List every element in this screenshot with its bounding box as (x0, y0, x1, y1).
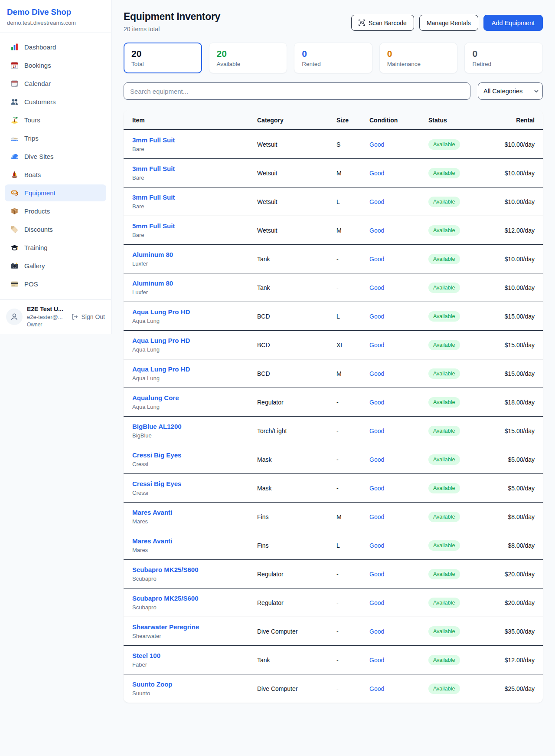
scan-barcode-button[interactable]: Scan Barcode (351, 15, 414, 31)
status-badge: Available (428, 540, 460, 551)
add-equipment-button[interactable]: Add Equipment (483, 15, 543, 31)
stat-card-available[interactable]: 20 Available (209, 43, 287, 73)
item-name-link[interactable]: Cressi Big Eyes (132, 480, 181, 487)
manage-rentals-button[interactable]: Manage Rentals (419, 15, 478, 31)
sidebar-item-products[interactable]: Products (5, 203, 106, 220)
item-condition-link[interactable]: Good (369, 198, 384, 205)
item-condition-link[interactable]: Good (369, 399, 384, 406)
category-select[interactable]: All Categories (478, 82, 543, 100)
item-name-link[interactable]: Aluminum 80 (132, 279, 173, 287)
item-condition-link[interactable]: Good (369, 370, 384, 377)
item-brand: BigBlue (132, 432, 257, 439)
item-condition-link[interactable]: Good (369, 628, 384, 635)
item-condition-link[interactable]: Good (369, 227, 384, 234)
item-name-link[interactable]: BigBlue AL1200 (132, 423, 182, 430)
item-condition-link[interactable]: Good (369, 685, 384, 692)
search-input[interactable] (124, 82, 470, 100)
sidebar-item-gallery[interactable]: Gallery (5, 257, 106, 274)
item-condition-link[interactable]: Good (369, 657, 384, 664)
item-condition-link[interactable]: Good (369, 599, 384, 606)
item-name-link[interactable]: Cressi Big Eyes (132, 451, 181, 459)
sign-out-button[interactable]: Sign Out (72, 313, 105, 320)
item-name-link[interactable]: 3mm Full Suit (132, 136, 175, 144)
table-row: Aqua Lung Pro HD Aqua Lung BCD L Good Av… (124, 302, 543, 331)
item-name-link[interactable]: Scubapro MK25/S600 (132, 566, 199, 573)
item-name-link[interactable]: Steel 100 (132, 652, 160, 659)
stat-card-retired[interactable]: 0 Retired (464, 43, 543, 73)
table-row: Mares Avanti Mares Fins L Good Available… (124, 531, 543, 560)
manage-rentals-label: Manage Rentals (427, 20, 471, 26)
item-condition-link[interactable]: Good (369, 427, 384, 434)
sidebar-item-discounts[interactable]: Discounts (5, 221, 106, 238)
sidebar-item-bookings[interactable]: 17 Bookings (5, 57, 106, 74)
item-rental: $25.00/day (500, 674, 543, 703)
item-condition-link[interactable]: Good (369, 170, 384, 177)
status-badge: Available (428, 569, 460, 579)
item-brand: Cressi (132, 490, 257, 496)
stat-card-maintenance[interactable]: 0 Maintenance (379, 43, 458, 73)
sidebar-item-trips[interactable]: Trips (5, 130, 106, 147)
item-brand: Aqua Lung (132, 346, 257, 353)
sidebar-item-calendar[interactable]: Calendar (5, 75, 106, 92)
item-name-link[interactable]: Mares Avanti (132, 537, 172, 545)
item-condition-link[interactable]: Good (369, 256, 384, 263)
item-brand: Mares (132, 518, 257, 525)
item-brand: Aqua Lung (132, 318, 257, 324)
stat-card-total[interactable]: 20 Total (124, 43, 202, 73)
item-name-link[interactable]: Aqualung Core (132, 394, 179, 401)
table-row: Aqualung Core Aqua Lung Regulator - Good… (124, 388, 543, 417)
items-total-subtitle: 20 items total (124, 26, 220, 33)
person-icon (10, 312, 19, 322)
item-condition-link[interactable]: Good (369, 571, 384, 578)
item-name-link[interactable]: Mares Avanti (132, 509, 172, 516)
item-size: L (336, 302, 369, 331)
item-name-link[interactable]: Shearwater Peregrine (132, 623, 199, 631)
sidebar-item-tours[interactable]: Tours (5, 112, 106, 128)
sidebar-item-customers[interactable]: Customers (5, 93, 106, 110)
item-name-link[interactable]: Aqua Lung Pro HD (132, 365, 190, 373)
item-name-link[interactable]: Scubapro MK25/S600 (132, 595, 199, 602)
column-header-status: Status (428, 110, 500, 130)
table-row: Cressi Big Eyes Cressi Mask - Good Avail… (124, 445, 543, 474)
scan-barcode-label: Scan Barcode (369, 20, 407, 26)
item-condition-link[interactable]: Good (369, 141, 384, 148)
table-row: BigBlue AL1200 BigBlue Torch/Light - Goo… (124, 417, 543, 445)
item-brand: Aqua Lung (132, 375, 257, 381)
status-badge: Available (428, 168, 460, 178)
stat-label: Total (131, 61, 194, 67)
item-name-link[interactable]: 3mm Full Suit (132, 194, 175, 201)
item-name-link[interactable]: 5mm Full Suit (132, 222, 175, 230)
item-name-link[interactable]: Aqua Lung Pro HD (132, 337, 190, 344)
item-condition-link[interactable]: Good (369, 342, 384, 348)
filter-row: All Categories (124, 82, 543, 100)
stat-value: 0 (387, 49, 450, 59)
item-condition-link[interactable]: Good (369, 284, 384, 291)
sidebar-item-equipment[interactable]: Equipment (5, 184, 106, 201)
status-badge: Available (428, 454, 460, 465)
sidebar-item-pos[interactable]: POS (5, 276, 106, 293)
page-title: Equipment Inventory (124, 11, 220, 23)
item-name-link[interactable]: 3mm Full Suit (132, 165, 175, 172)
stat-card-rented[interactable]: 0 Rented (294, 43, 372, 73)
calendar-date-icon: 17 (10, 61, 19, 69)
equipment-table-card: Item Category Size Condition Status Rent… (124, 110, 543, 703)
calendar-pad-icon (10, 79, 19, 88)
item-condition-link[interactable]: Good (369, 513, 384, 520)
sidebar-item-dashboard[interactable]: Dashboard (5, 39, 106, 56)
item-condition-link[interactable]: Good (369, 313, 384, 320)
item-name-link[interactable]: Aluminum 80 (132, 251, 173, 258)
item-size: M (336, 359, 369, 388)
brand-title[interactable]: Demo Dive Shop (7, 7, 104, 17)
item-condition-link[interactable]: Good (369, 542, 384, 549)
item-name-link[interactable]: Aqua Lung Pro HD (132, 308, 190, 316)
sidebar-item-dive-sites[interactable]: Dive Sites (5, 148, 106, 165)
sidebar-item-boats[interactable]: Boats (5, 166, 106, 183)
table-row: Scubapro MK25/S600 Scubapro Regulator - … (124, 588, 543, 617)
status-badge: Available (428, 254, 460, 264)
item-name-link[interactable]: Suunto Zoop (132, 680, 172, 688)
item-brand: Bare (132, 203, 257, 210)
item-condition-link[interactable]: Good (369, 456, 384, 463)
sidebar-item-training[interactable]: Training (5, 239, 106, 256)
item-condition-link[interactable]: Good (369, 485, 384, 492)
brand-block: Demo Dive Shop demo.test.divestreams.com (0, 0, 111, 33)
